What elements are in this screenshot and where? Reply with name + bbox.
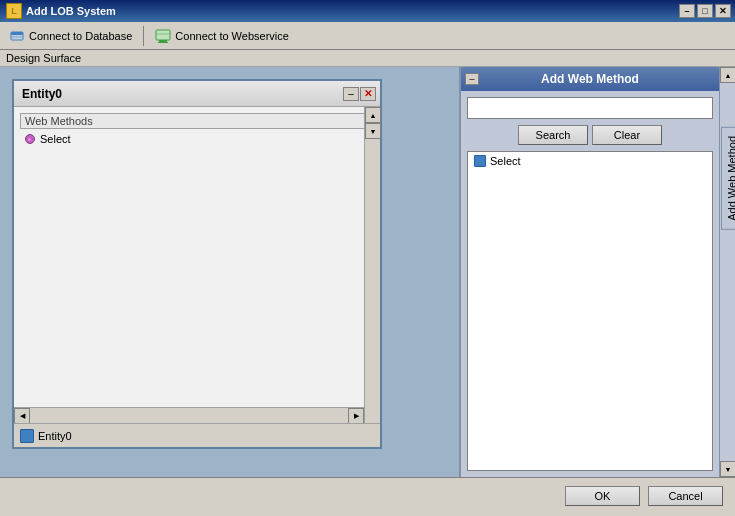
toolbar-separator [143,26,144,46]
search-button[interactable]: Search [518,125,588,145]
main-area: Entity0 – ✕ Web Methods Select ▲ [0,67,735,477]
svg-rect-5 [159,40,167,42]
scroll-up-arrow[interactable]: ▲ [365,107,381,123]
method-label: Select [40,133,71,145]
title-controls: – □ ✕ [679,4,731,18]
scroll-right-arrow[interactable]: ▶ [348,408,364,424]
svg-rect-1 [11,32,23,35]
left-panel: Entity0 – ✕ Web Methods Select ▲ [0,67,459,477]
web-method-item[interactable]: Select [20,131,374,147]
result-item[interactable]: Select [468,152,712,170]
cancel-button[interactable]: Cancel [648,486,723,506]
connect-to-webservice-button[interactable]: Connect to Webservice [150,25,294,47]
ok-button[interactable]: OK [565,486,640,506]
right-panel: – Add Web Method Search Clear Select Add… [459,67,719,477]
connect-ws-label: Connect to Webservice [175,30,289,42]
svg-rect-6 [158,42,168,43]
window-title: Add LOB System [26,5,116,17]
web-methods-label: Web Methods [20,113,374,129]
scroll-left-arrow[interactable]: ◀ [14,408,30,424]
entity-minimize-button[interactable]: – [343,87,359,101]
search-buttons: Search Clear [467,125,713,145]
design-surface-label: Design Surface [0,50,735,67]
svg-rect-3 [156,30,170,40]
outer-scroll-down[interactable]: ▼ [720,461,735,477]
add-web-method-tab[interactable]: Add Web Method [721,127,735,230]
awm-body: Search Clear Select [461,91,719,477]
entity-box: Entity0 – ✕ Web Methods Select ▲ [12,79,382,449]
maximize-button[interactable]: □ [697,4,713,18]
entity-header: Entity0 – ✕ [14,81,380,107]
minimize-button[interactable]: – [679,4,695,18]
connect-to-database-button[interactable]: Connect to Database [4,25,137,47]
title-bar: L Add LOB System – □ ✕ [0,0,735,22]
connect-db-label: Connect to Database [29,30,132,42]
entity-horizontal-scrollbar[interactable]: ◀ ▶ [14,407,364,423]
close-button[interactable]: ✕ [715,4,731,18]
method-icon [24,133,36,145]
scroll-down-arrow[interactable]: ▼ [365,123,381,139]
method-dot [25,134,35,144]
database-icon [9,28,25,44]
bottom-bar: OK Cancel [0,477,735,513]
webservice-icon [155,28,171,44]
toolbar: Connect to Database Connect to Webservic… [0,22,735,50]
design-label-text: Design Surface [6,52,81,64]
entity-vertical-scrollbar[interactable]: ▲ ▼ [364,107,380,423]
awm-title: Add Web Method [479,72,701,86]
result-icon [474,155,486,167]
result-label: Select [490,155,521,167]
web-methods-section: Web Methods Select [20,113,374,147]
entity-close-button[interactable]: ✕ [360,87,376,101]
title-bar-left: L Add LOB System [6,3,116,19]
entity-bottom-icon [20,429,34,443]
app-icon: L [6,3,22,19]
entity-bottom-bar: Entity0 [14,423,380,447]
entity-title: Entity0 [22,87,62,101]
awm-header: – Add Web Method [461,67,719,91]
entity-controls: – ✕ [343,87,376,101]
results-list: Select [467,151,713,471]
clear-button[interactable]: Clear [592,125,662,145]
entity-bottom-label: Entity0 [38,430,72,442]
outer-scroll-up[interactable]: ▲ [720,67,735,83]
search-input[interactable] [467,97,713,119]
awm-minimize-button[interactable]: – [465,73,479,85]
